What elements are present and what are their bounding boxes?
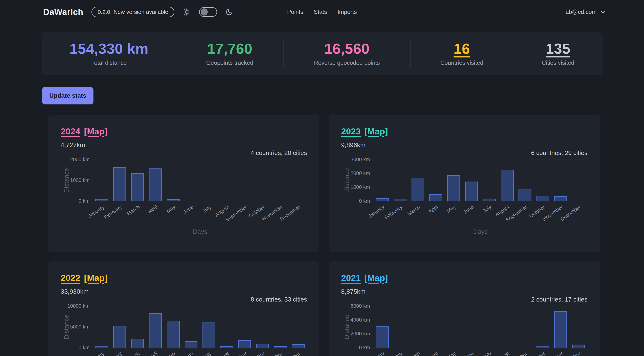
distance-bar-chart: Distance0 km1000 km2000 km3000 kmJanuary… — [341, 159, 588, 235]
bar-slot-december — [289, 306, 307, 348]
year-cards-grid: 2024[Map]4,727km4 countries, 20 citiesDi… — [48, 115, 600, 356]
year-link-2022[interactable]: 2022 — [61, 273, 80, 283]
year-countries-cities: 4 countries, 20 cities — [61, 149, 307, 156]
bar-slot-december — [570, 159, 588, 201]
stat-label: Reverse geocoded points — [314, 59, 380, 66]
bar-slot-may — [164, 159, 182, 201]
bar-slot-august — [218, 159, 236, 201]
year-distance: 33,930km — [61, 288, 307, 295]
version-number: 0.2.0 — [98, 9, 110, 15]
map-link-2024[interactable]: [Map] — [84, 126, 108, 136]
bar-march — [131, 173, 144, 201]
main-nav: PointsStatsImports — [287, 8, 357, 15]
x-axis-labels: JanuaryFebruaryMarchAprilMayJuneJulyAugu… — [373, 348, 588, 356]
stats-summary-bar: 154,330 kmTotal distance17,760Geopoints … — [42, 32, 602, 75]
stat-value[interactable]: 135 — [546, 41, 570, 56]
stat-cell: 17,760Geopoints tracked — [176, 39, 283, 68]
bar-slot-march — [129, 306, 146, 348]
bar-slot-april — [427, 306, 445, 348]
bar-slot-september — [236, 159, 254, 201]
nav-left-group: DaWarIch 0.2.0 New version available — [43, 7, 233, 17]
year-card-2024: 2024[Map]4,727km4 countries, 20 citiesDi… — [48, 115, 320, 252]
bar-october — [536, 196, 550, 201]
chart-plot-area: 0 km1000 km2000 km — [93, 159, 307, 201]
y-tick-label: 5000 km — [62, 324, 90, 330]
map-link-2023[interactable]: [Map] — [364, 126, 388, 136]
x-tick-label: January — [66, 351, 105, 356]
bar-december — [572, 345, 585, 348]
bar-slot-march — [409, 306, 427, 348]
stat-value: 16,560 — [324, 41, 370, 56]
theme-toggle[interactable] — [199, 7, 217, 17]
theme-toggle-knob — [200, 8, 208, 15]
map-link-2022[interactable]: [Map] — [84, 273, 108, 283]
bar-slot-august — [498, 306, 516, 348]
bar-may — [167, 321, 180, 348]
bar-slot-october — [254, 306, 271, 348]
stat-value: 154,330 km — [70, 41, 148, 56]
stat-value: 17,760 — [207, 41, 252, 56]
bar-january — [376, 327, 389, 348]
bar-september — [238, 340, 251, 348]
year-card-2021: 2021[Map]8,875km2 countries, 17 citiesDi… — [329, 262, 600, 356]
user-email: ab@cd.com — [566, 8, 596, 15]
bar-march — [131, 339, 144, 348]
bar-slot-december — [570, 306, 588, 348]
nav-link-points[interactable]: Points — [287, 8, 303, 15]
chart-plot-area: 0 km2000 km4000 km6000 km — [373, 306, 588, 348]
year-distance: 4,727km — [61, 141, 307, 149]
update-stats-button[interactable]: Update stats — [42, 87, 94, 104]
year-link-2023[interactable]: 2023 — [341, 126, 361, 136]
bar-may — [167, 199, 180, 201]
bar-may — [447, 175, 460, 201]
bar-slot-november — [272, 306, 289, 348]
bar-january — [95, 199, 108, 201]
y-tick-label: 1000 km — [342, 184, 370, 190]
bar-slot-november — [552, 159, 570, 201]
bar-july — [202, 323, 216, 348]
bar-slot-august — [498, 159, 516, 201]
year-link-2024[interactable]: 2024 — [61, 126, 80, 136]
nav-link-imports[interactable]: Imports — [338, 8, 357, 15]
bar-slot-october — [254, 159, 271, 201]
bar-slot-march — [409, 159, 427, 201]
bar-october — [256, 344, 269, 348]
bar-november — [274, 346, 287, 348]
year-link-2021[interactable]: 2021 — [341, 273, 361, 283]
bar-july — [483, 199, 496, 201]
app-logo[interactable]: DaWarIch — [43, 7, 83, 17]
bar-february — [113, 326, 126, 348]
bar-november — [554, 196, 567, 201]
sun-icon — [183, 8, 191, 16]
bars-row — [373, 306, 588, 348]
x-axis-labels: JanuaryFebruaryMarchAprilMayJuneJulyAugu… — [93, 348, 307, 356]
bar-december — [292, 344, 304, 348]
bar-slot-december — [289, 159, 307, 201]
bar-february — [394, 199, 407, 201]
bar-slot-february — [391, 306, 409, 348]
y-tick-label: 2000 km — [342, 170, 370, 176]
y-tick-label: 0 km — [342, 198, 370, 204]
bar-slot-april — [146, 159, 164, 201]
y-tick-label: 2000 km — [342, 331, 370, 337]
bars-row — [373, 159, 588, 201]
map-link-2021[interactable]: [Map] — [364, 273, 388, 283]
bar-october — [536, 347, 550, 348]
bar-slot-may — [445, 306, 462, 348]
stat-cell: 135Cities visited — [513, 39, 602, 68]
stat-cell: 16,560Reverse geocoded points — [283, 39, 410, 68]
y-tick-label: 4000 km — [342, 317, 370, 323]
bar-slot-november — [552, 306, 570, 348]
stat-cell: 154,330 kmTotal distance — [42, 39, 176, 68]
year-countries-cities: 8 countries, 33 cities — [61, 296, 307, 303]
x-tick-label: January — [347, 351, 386, 356]
version-badge[interactable]: 0.2.0 New version available — [92, 7, 174, 17]
stat-label: Countries visited — [440, 59, 483, 66]
bar-february — [113, 167, 126, 201]
user-menu[interactable]: ab@cd.com — [566, 8, 606, 15]
year-distance: 9,896km — [341, 141, 588, 149]
nav-link-stats[interactable]: Stats — [314, 8, 327, 15]
stat-value[interactable]: 16 — [454, 41, 470, 56]
bar-slot-september — [236, 306, 254, 348]
bar-june — [185, 342, 198, 348]
